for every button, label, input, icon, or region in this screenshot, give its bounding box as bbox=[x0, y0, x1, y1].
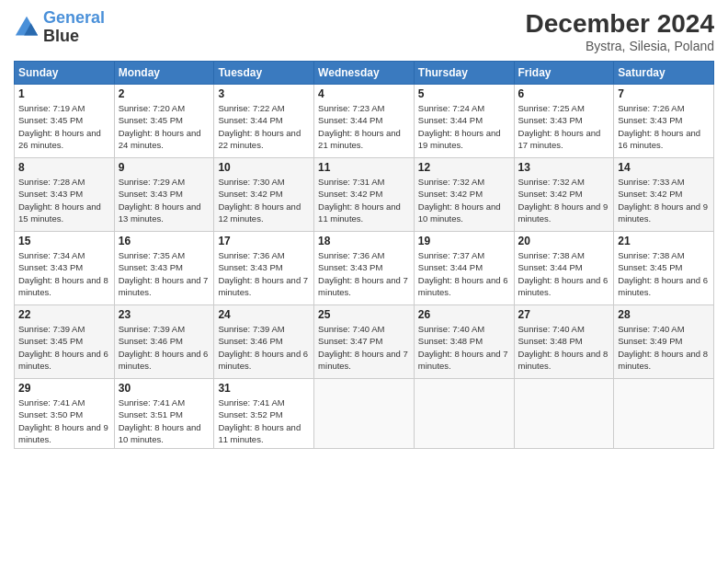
table-row: 25 Sunrise: 7:40 AM Sunset: 3:47 PM Dayl… bbox=[314, 305, 415, 379]
day-info: Sunrise: 7:25 AM Sunset: 3:43 PM Dayligh… bbox=[518, 102, 610, 151]
day-info: Sunrise: 7:23 AM Sunset: 3:44 PM Dayligh… bbox=[318, 102, 410, 151]
table-row: 5 Sunrise: 7:24 AM Sunset: 3:44 PM Dayli… bbox=[414, 85, 514, 158]
day-number: 13 bbox=[518, 161, 610, 174]
table-row: 21 Sunrise: 7:38 AM Sunset: 3:45 PM Dayl… bbox=[614, 232, 714, 305]
day-number: 16 bbox=[119, 235, 210, 247]
day-info: Sunrise: 7:22 AM Sunset: 3:44 PM Dayligh… bbox=[218, 102, 310, 151]
day-number: 27 bbox=[518, 308, 610, 321]
table-row: 2 Sunrise: 7:20 AM Sunset: 3:45 PM Dayli… bbox=[114, 85, 214, 158]
day-info: Sunrise: 7:41 AM Sunset: 3:52 PM Dayligh… bbox=[218, 396, 310, 445]
day-number: 24 bbox=[218, 308, 310, 321]
page-header: GeneralBlue December 2024 Bystra, Silesi… bbox=[14, 9, 714, 53]
calendar: Sunday Monday Tuesday Wednesday Thursday… bbox=[14, 61, 714, 449]
table-row: 12 Sunrise: 7:32 AM Sunset: 3:42 PM Dayl… bbox=[414, 158, 514, 232]
day-info: Sunrise: 7:30 AM Sunset: 3:42 PM Dayligh… bbox=[218, 176, 310, 224]
table-row: 17 Sunrise: 7:36 AM Sunset: 3:43 PM Dayl… bbox=[214, 232, 314, 305]
day-info: Sunrise: 7:40 AM Sunset: 3:48 PM Dayligh… bbox=[418, 323, 510, 372]
day-number: 21 bbox=[618, 235, 710, 247]
day-info: Sunrise: 7:41 AM Sunset: 3:50 PM Dayligh… bbox=[18, 396, 110, 445]
day-number: 14 bbox=[618, 161, 710, 174]
day-number: 18 bbox=[318, 235, 410, 247]
table-row: 22 Sunrise: 7:39 AM Sunset: 3:45 PM Dayl… bbox=[15, 305, 115, 379]
table-row: 26 Sunrise: 7:40 AM Sunset: 3:48 PM Dayl… bbox=[414, 305, 514, 379]
day-number: 28 bbox=[618, 308, 710, 321]
table-row: 27 Sunrise: 7:40 AM Sunset: 3:48 PM Dayl… bbox=[514, 305, 614, 379]
month-year: December 2024 bbox=[526, 9, 714, 39]
day-number: 12 bbox=[418, 161, 510, 174]
table-row bbox=[314, 379, 415, 449]
day-info: Sunrise: 7:20 AM Sunset: 3:45 PM Dayligh… bbox=[119, 102, 210, 151]
day-number: 30 bbox=[119, 382, 210, 395]
day-info: Sunrise: 7:34 AM Sunset: 3:43 PM Dayligh… bbox=[18, 249, 110, 298]
table-row: 4 Sunrise: 7:23 AM Sunset: 3:44 PM Dayli… bbox=[314, 85, 415, 158]
day-number: 10 bbox=[218, 161, 310, 174]
table-row: 14 Sunrise: 7:33 AM Sunset: 3:42 PM Dayl… bbox=[614, 158, 714, 232]
table-row: 3 Sunrise: 7:22 AM Sunset: 3:44 PM Dayli… bbox=[214, 85, 314, 158]
day-number: 6 bbox=[518, 87, 610, 100]
table-row: 9 Sunrise: 7:29 AM Sunset: 3:43 PM Dayli… bbox=[114, 158, 214, 232]
day-info: Sunrise: 7:38 AM Sunset: 3:45 PM Dayligh… bbox=[618, 249, 710, 298]
logo-icon bbox=[14, 15, 40, 40]
day-info: Sunrise: 7:32 AM Sunset: 3:42 PM Dayligh… bbox=[418, 176, 510, 224]
day-info: Sunrise: 7:41 AM Sunset: 3:51 PM Dayligh… bbox=[119, 396, 210, 445]
logo-text: GeneralBlue bbox=[43, 9, 105, 46]
day-number: 4 bbox=[318, 87, 410, 100]
table-row: 7 Sunrise: 7:26 AM Sunset: 3:43 PM Dayli… bbox=[614, 85, 714, 158]
title-block: December 2024 Bystra, Silesia, Poland bbox=[526, 9, 714, 53]
day-number: 17 bbox=[218, 235, 310, 247]
day-number: 8 bbox=[18, 161, 110, 174]
location: Bystra, Silesia, Poland bbox=[526, 39, 714, 53]
day-info: Sunrise: 7:24 AM Sunset: 3:44 PM Dayligh… bbox=[418, 102, 510, 151]
header-sunday: Sunday bbox=[15, 62, 115, 85]
table-row bbox=[614, 379, 714, 449]
day-info: Sunrise: 7:19 AM Sunset: 3:45 PM Dayligh… bbox=[18, 102, 110, 151]
day-info: Sunrise: 7:29 AM Sunset: 3:43 PM Dayligh… bbox=[119, 176, 210, 224]
day-info: Sunrise: 7:35 AM Sunset: 3:43 PM Dayligh… bbox=[119, 249, 210, 298]
day-info: Sunrise: 7:28 AM Sunset: 3:43 PM Dayligh… bbox=[18, 176, 110, 224]
table-row: 6 Sunrise: 7:25 AM Sunset: 3:43 PM Dayli… bbox=[514, 85, 614, 158]
day-number: 3 bbox=[218, 87, 310, 100]
table-row: 8 Sunrise: 7:28 AM Sunset: 3:43 PM Dayli… bbox=[15, 158, 115, 232]
day-number: 5 bbox=[418, 87, 510, 100]
table-row: 15 Sunrise: 7:34 AM Sunset: 3:43 PM Dayl… bbox=[15, 232, 115, 305]
day-info: Sunrise: 7:36 AM Sunset: 3:43 PM Dayligh… bbox=[318, 249, 410, 298]
table-row: 19 Sunrise: 7:37 AM Sunset: 3:44 PM Dayl… bbox=[414, 232, 514, 305]
day-info: Sunrise: 7:39 AM Sunset: 3:46 PM Dayligh… bbox=[119, 323, 210, 372]
table-row: 1 Sunrise: 7:19 AM Sunset: 3:45 PM Dayli… bbox=[15, 85, 115, 158]
day-info: Sunrise: 7:38 AM Sunset: 3:44 PM Dayligh… bbox=[518, 249, 610, 298]
table-row: 10 Sunrise: 7:30 AM Sunset: 3:42 PM Dayl… bbox=[214, 158, 314, 232]
page-container: GeneralBlue December 2024 Bystra, Silesi… bbox=[0, 0, 728, 454]
day-info: Sunrise: 7:40 AM Sunset: 3:48 PM Dayligh… bbox=[518, 323, 610, 372]
day-number: 25 bbox=[318, 308, 410, 321]
day-info: Sunrise: 7:39 AM Sunset: 3:46 PM Dayligh… bbox=[218, 323, 310, 372]
day-info: Sunrise: 7:40 AM Sunset: 3:49 PM Dayligh… bbox=[618, 323, 710, 372]
table-row: 20 Sunrise: 7:38 AM Sunset: 3:44 PM Dayl… bbox=[514, 232, 614, 305]
table-row: 30 Sunrise: 7:41 AM Sunset: 3:51 PM Dayl… bbox=[114, 379, 214, 449]
day-number: 29 bbox=[18, 382, 110, 395]
table-row: 16 Sunrise: 7:35 AM Sunset: 3:43 PM Dayl… bbox=[114, 232, 214, 305]
table-row: 23 Sunrise: 7:39 AM Sunset: 3:46 PM Dayl… bbox=[114, 305, 214, 379]
table-row: 13 Sunrise: 7:32 AM Sunset: 3:42 PM Dayl… bbox=[514, 158, 614, 232]
day-info: Sunrise: 7:39 AM Sunset: 3:45 PM Dayligh… bbox=[18, 323, 110, 372]
day-number: 9 bbox=[119, 161, 210, 174]
header-tuesday: Tuesday bbox=[214, 62, 314, 85]
table-row: 18 Sunrise: 7:36 AM Sunset: 3:43 PM Dayl… bbox=[314, 232, 415, 305]
day-number: 2 bbox=[119, 87, 210, 100]
table-row: 28 Sunrise: 7:40 AM Sunset: 3:49 PM Dayl… bbox=[614, 305, 714, 379]
day-info: Sunrise: 7:37 AM Sunset: 3:44 PM Dayligh… bbox=[418, 249, 510, 298]
table-row bbox=[514, 379, 614, 449]
day-number: 26 bbox=[418, 308, 510, 321]
header-thursday: Thursday bbox=[414, 62, 514, 85]
table-row: 11 Sunrise: 7:31 AM Sunset: 3:42 PM Dayl… bbox=[314, 158, 415, 232]
day-info: Sunrise: 7:36 AM Sunset: 3:43 PM Dayligh… bbox=[218, 249, 310, 298]
day-number: 23 bbox=[119, 308, 210, 321]
table-row: 29 Sunrise: 7:41 AM Sunset: 3:50 PM Dayl… bbox=[15, 379, 115, 449]
day-info: Sunrise: 7:26 AM Sunset: 3:43 PM Dayligh… bbox=[618, 102, 710, 151]
day-info: Sunrise: 7:32 AM Sunset: 3:42 PM Dayligh… bbox=[518, 176, 610, 224]
day-info: Sunrise: 7:31 AM Sunset: 3:42 PM Dayligh… bbox=[318, 176, 410, 224]
day-number: 11 bbox=[318, 161, 410, 174]
header-wednesday: Wednesday bbox=[314, 62, 415, 85]
day-number: 20 bbox=[518, 235, 610, 247]
day-number: 22 bbox=[18, 308, 110, 321]
day-info: Sunrise: 7:40 AM Sunset: 3:47 PM Dayligh… bbox=[318, 323, 410, 372]
